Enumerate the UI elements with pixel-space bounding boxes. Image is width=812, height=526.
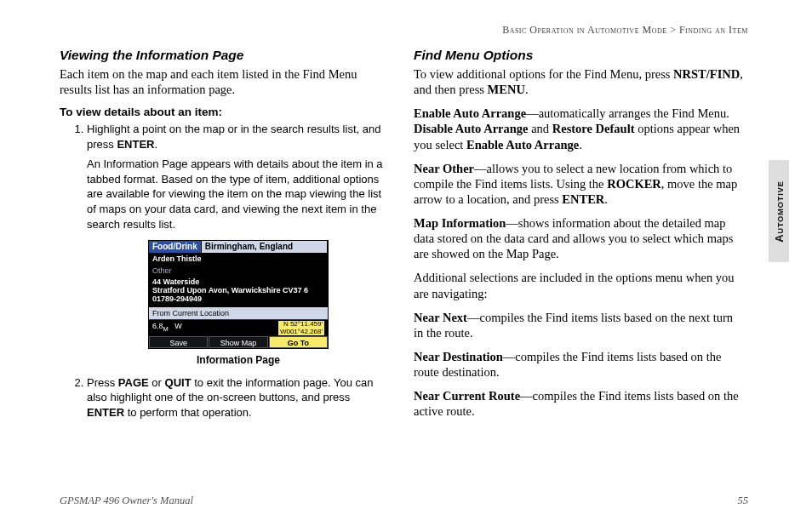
side-tab-label: Automotive — [773, 180, 786, 243]
right-p3: Near Other—allows you to select a new lo… — [414, 161, 744, 207]
key-menu: MENU — [488, 83, 525, 96]
footer-manual-title: GPSMAP 496 Owner's Manual — [60, 495, 193, 507]
device-btn-goto: Go To — [269, 336, 328, 348]
side-tab-automotive: Automotive — [769, 160, 789, 262]
right-p8: Near Current Route—compiles the Find ite… — [414, 388, 744, 419]
opt-near-current-route: Near Current Route — [414, 389, 520, 403]
howto-title: To view details about an item: — [60, 106, 390, 118]
step2-key-page: PAGE — [118, 376, 149, 389]
key-rocker: ROCKER — [607, 177, 661, 191]
figure-information-page: Food/Drink Birmingham, England Arden Thi… — [87, 240, 390, 367]
opt-near-next: Near Next — [414, 311, 467, 324]
right-p6: Near Next—compiles the Find items lists … — [414, 310, 744, 340]
key-enter: ENTER — [562, 192, 604, 206]
step2-d: to perform that operation. — [124, 406, 252, 419]
right-p4: Map Information—shows information about … — [414, 215, 744, 261]
step-2: Press PAGE or QUIT to exit the informati… — [87, 375, 390, 420]
opt-restore-default: Restore Default — [552, 122, 635, 135]
footer-page-number: 55 — [738, 495, 749, 507]
device-screenshot: Food/Drink Birmingham, England Arden Thi… — [148, 240, 329, 349]
step1-key-enter: ENTER — [117, 138, 154, 151]
content-columns: Viewing the Information Page Each item o… — [60, 44, 744, 428]
breadcrumb-section: Basic Operation in Automotive Mode — [502, 24, 667, 36]
right-p7: Near Destination—compiles the Find items… — [414, 349, 744, 380]
device-coords: N 52°11.459' W001°42.268' — [278, 321, 324, 335]
opt-near-destination: Near Destination — [414, 350, 503, 363]
right-p5: Additional selections are included in th… — [414, 270, 744, 300]
device-distance: 6.8M W — [152, 321, 182, 335]
device-btn-showmap: Show Map — [209, 336, 267, 348]
left-intro: Each item on the map and each item liste… — [60, 66, 390, 97]
figure-caption: Information Page — [87, 353, 390, 367]
opt-disable-auto-arrange: Disable Auto Arrange — [414, 122, 529, 135]
device-other-label: Other — [149, 265, 328, 277]
device-distance-row: 6.8M W N 52°11.459' W001°42.268' — [149, 319, 328, 336]
device-tab-location: Birmingham, England — [202, 241, 328, 253]
right-column: Find Menu Options To view additional opt… — [414, 44, 744, 428]
device-btn-save: Save — [149, 336, 208, 348]
key-nrst-find: NRST/FIND — [673, 67, 740, 81]
howto-steps: Highlight a point on the map or in the s… — [60, 122, 390, 420]
step2-key-quit: QUIT — [165, 376, 192, 389]
device-from-label: From Current Location — [149, 307, 328, 319]
device-tabs: Food/Drink Birmingham, England — [149, 241, 328, 253]
device-phone: 01789-294949 — [152, 295, 324, 304]
step1-text-b: . — [154, 138, 157, 151]
right-p1: To view additional options for the Find … — [414, 66, 744, 97]
right-heading: Find Menu Options — [414, 48, 744, 63]
step1-para: An Information Page appears with details… — [87, 157, 390, 232]
step2-a: Press — [87, 376, 118, 389]
step-1: Highlight a point on the map or in the s… — [87, 122, 390, 366]
left-heading: Viewing the Information Page — [60, 48, 390, 63]
opt-near-other: Near Other — [414, 162, 474, 175]
left-column: Viewing the Information Page Each item o… — [60, 44, 390, 428]
device-address: 44 Waterside Stratford Upon Avon, Warwic… — [149, 277, 328, 307]
step2-key-enter: ENTER — [87, 406, 124, 419]
right-p2: Enable Auto Arrange—automatically arrang… — [414, 106, 744, 152]
opt-enable-auto-arrange-2: Enable Auto Arrange — [466, 138, 579, 152]
header-breadcrumb: Basic Operation in Automotive Mode > Fin… — [502, 24, 748, 37]
device-coord2: W001°42.268' — [280, 329, 323, 335]
step2-b: or — [149, 376, 165, 389]
device-item-name: Arden Thistle — [149, 253, 328, 265]
device-buttons: Save Show Map Go To — [149, 336, 328, 348]
device-tab-category: Food/Drink — [149, 241, 202, 253]
opt-map-information: Map Information — [414, 216, 506, 230]
breadcrumb-page: Finding an Item — [679, 24, 748, 36]
opt-enable-auto-arrange: Enable Auto Arrange — [414, 106, 526, 120]
breadcrumb-sep: > — [667, 24, 679, 36]
